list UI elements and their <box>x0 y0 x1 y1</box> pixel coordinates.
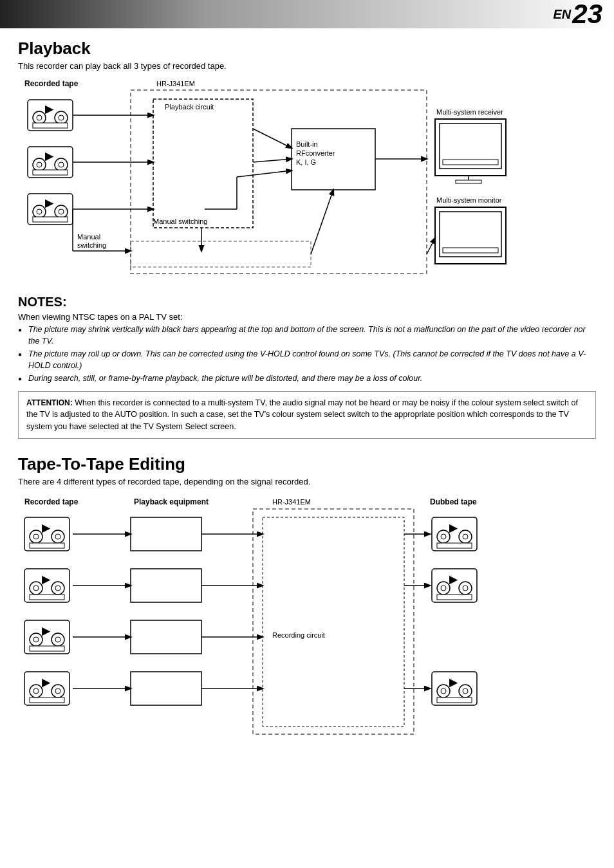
svg-rect-11 <box>33 123 68 128</box>
svg-rect-48 <box>443 248 498 253</box>
svg-rect-98 <box>30 543 64 548</box>
playback-subtitle: This recorder can play back all 3 types … <box>18 61 596 71</box>
notes-viewing-label: When viewing NTSC tapes on a PAL TV set: <box>18 312 596 322</box>
notes-title: NOTES: <box>18 295 596 309</box>
svg-rect-119 <box>30 697 64 703</box>
attention-text: When this recorder is connected to a mul… <box>26 398 578 432</box>
manual-switching-label2-line1: Manual <box>77 233 100 241</box>
tape-editing-diagram: Recorded tape Playback equipment HR-J341… <box>18 493 596 750</box>
manual-switching-label2-line2: switching <box>77 241 106 249</box>
svg-point-75 <box>441 534 446 539</box>
tape-editing-subtitle: There are 4 different types of recorded … <box>18 477 596 486</box>
svg-rect-84 <box>437 595 472 600</box>
svg-point-21 <box>33 205 46 218</box>
svg-point-80 <box>437 582 450 595</box>
svg-point-88 <box>459 685 472 697</box>
page-number: 23 <box>572 1 602 28</box>
svg-point-17 <box>59 162 64 167</box>
svg-rect-38 <box>131 241 311 267</box>
svg-rect-105 <box>30 595 64 600</box>
svg-rect-45 <box>456 180 481 183</box>
notes-list: The picture may shrink vertically with b… <box>18 324 596 385</box>
svg-point-101 <box>30 582 42 595</box>
svg-text:K, I, G: K, I, G <box>296 158 316 166</box>
svg-point-89 <box>441 688 446 694</box>
notes-item-1: The picture may shrink vertically with b… <box>18 324 596 347</box>
svg-rect-57 <box>131 569 201 602</box>
svg-rect-0 <box>131 90 427 273</box>
svg-point-95 <box>51 530 64 543</box>
svg-point-10 <box>59 115 64 120</box>
svg-point-82 <box>441 586 446 591</box>
svg-text:Recorded tape: Recorded tape <box>24 497 79 506</box>
hr-device-col-header: HR-J341EM <box>156 80 195 88</box>
svg-point-115 <box>30 685 42 697</box>
svg-point-103 <box>33 586 39 591</box>
svg-text:▶: ▶ <box>449 574 458 585</box>
attention-title: ATTENTION: <box>26 398 73 407</box>
multi-system-receiver-label: Multi-system receiver <box>436 108 503 116</box>
svg-text:▶: ▶ <box>45 198 54 208</box>
svg-text:Playback equipment: Playback equipment <box>134 497 209 506</box>
notes-item-2: The picture may roll up or down. This ca… <box>18 349 596 371</box>
svg-point-97 <box>55 534 60 539</box>
svg-point-102 <box>51 582 64 595</box>
svg-rect-1 <box>153 99 253 228</box>
svg-point-7 <box>33 111 46 124</box>
header-bar: EN 23 <box>0 0 614 28</box>
svg-point-108 <box>30 633 42 646</box>
svg-line-34 <box>237 171 292 177</box>
svg-rect-43 <box>443 160 498 165</box>
svg-point-16 <box>37 162 42 167</box>
svg-text:▶: ▶ <box>42 522 51 533</box>
en-label: EN <box>553 7 571 22</box>
svg-text:▶: ▶ <box>45 151 54 162</box>
multi-system-monitor-label: Multi-system monitor <box>436 196 502 204</box>
svg-rect-18 <box>33 170 68 175</box>
svg-point-9 <box>37 115 42 120</box>
svg-text:▶: ▶ <box>42 574 51 585</box>
manual-switching-label1: Manual switching <box>153 217 207 225</box>
svg-rect-25 <box>33 217 68 222</box>
svg-text:▶: ▶ <box>449 677 458 688</box>
playback-title: Playback <box>18 39 596 59</box>
svg-rect-56 <box>131 517 201 551</box>
recorded-tape-col-header: Recorded tape <box>24 79 79 88</box>
svg-point-110 <box>33 637 39 642</box>
svg-rect-60 <box>263 517 404 726</box>
attention-box: ATTENTION: When this recorder is connect… <box>18 391 596 439</box>
svg-point-24 <box>59 209 64 214</box>
svg-text:Built-in: Built-in <box>296 140 318 148</box>
svg-rect-58 <box>131 620 201 654</box>
svg-rect-91 <box>437 697 472 703</box>
tape-editing-svg: Recorded tape Playback equipment HR-J341… <box>18 493 584 750</box>
svg-point-111 <box>55 637 60 642</box>
svg-point-76 <box>463 534 468 539</box>
svg-point-8 <box>55 111 68 124</box>
svg-rect-41 <box>435 119 506 176</box>
playback-svg: Recorded tape HR-J341EM Playback circuit… <box>18 77 584 283</box>
svg-point-118 <box>55 688 60 694</box>
svg-point-74 <box>459 530 472 543</box>
svg-point-23 <box>37 209 42 214</box>
svg-text:Dubbed tape: Dubbed tape <box>430 497 477 506</box>
svg-rect-59 <box>131 672 201 705</box>
svg-point-22 <box>55 205 68 218</box>
svg-rect-112 <box>30 646 64 651</box>
svg-point-15 <box>55 158 68 171</box>
svg-point-90 <box>463 688 468 694</box>
svg-point-96 <box>33 534 39 539</box>
svg-text:Recording circuit: Recording circuit <box>272 631 325 639</box>
svg-point-73 <box>437 530 450 543</box>
svg-text:▶: ▶ <box>42 677 51 688</box>
svg-point-81 <box>459 582 472 595</box>
svg-text:▶: ▶ <box>42 625 51 636</box>
svg-rect-46 <box>435 207 506 264</box>
svg-line-49 <box>427 238 435 254</box>
svg-text:▶: ▶ <box>449 522 458 533</box>
svg-point-109 <box>51 633 64 646</box>
svg-point-83 <box>463 586 468 591</box>
notes-item-3: During search, still, or frame-by-frame … <box>18 373 596 385</box>
svg-line-39 <box>311 190 333 254</box>
svg-point-87 <box>437 685 450 697</box>
